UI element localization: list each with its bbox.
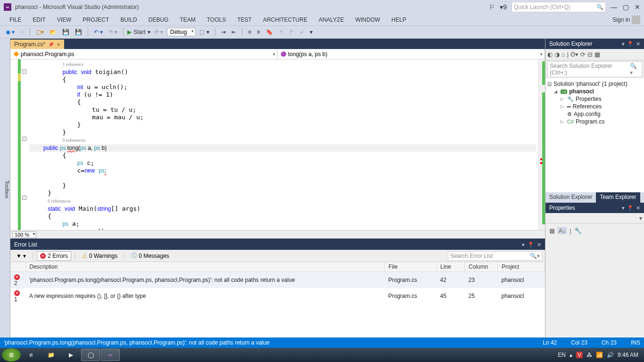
taskbar-vs-icon[interactable]: ∞ (101, 349, 120, 361)
solution-node[interactable]: ⊡Solution 'phansocl' (1 project) (547, 80, 642, 88)
menu-edit[interactable]: EDIT (27, 16, 51, 24)
collapse-icon[interactable]: ⊟ (587, 51, 593, 58)
code-editor[interactable]: − − − 1 reference public void toigian() … (10, 59, 545, 230)
menu-analyze[interactable]: ANALYZE (313, 16, 350, 24)
config-dropdown[interactable]: Debug (167, 28, 196, 36)
close-icon[interactable]: ✕ (636, 205, 640, 211)
tray-av-icon[interactable]: V (576, 352, 583, 358)
quick-launch-input[interactable]: Quick Launch (Ctrl+Q) 🔍 (512, 2, 606, 12)
system-tray[interactable]: EN ▴ V 🖧 📶 🔊 9:46 AM (558, 352, 642, 358)
dropdown-icon[interactable]: ▾ (639, 215, 642, 222)
categorized-icon[interactable]: ▦ (549, 227, 555, 234)
restore-button[interactable]: ▢ (623, 3, 629, 11)
menu-project[interactable]: PROJECT (77, 16, 115, 24)
tree-item[interactable]: ▷▪▪References (547, 103, 642, 110)
col-project[interactable]: Project (498, 262, 545, 272)
expand-icon[interactable]: ▷ (561, 97, 565, 101)
col-column[interactable]: Column (465, 262, 498, 272)
save-all-button[interactable]: 💾 (73, 28, 84, 36)
close-icon[interactable]: ✕ (537, 242, 541, 248)
pin-icon[interactable]: 📌 (48, 42, 54, 47)
code-content[interactable]: 1 reference public void toigian() { int … (27, 59, 538, 230)
avatar-icon[interactable] (632, 16, 640, 24)
expand-icon[interactable]: ◢ (554, 89, 559, 94)
step-over-icon[interactable]: ⇤ (230, 28, 238, 36)
refresh-icon[interactable]: ⟳ (580, 51, 586, 58)
tray-wifi-icon[interactable]: 📶 (596, 352, 603, 358)
open-button[interactable]: 📂 (48, 28, 58, 36)
minimize-button[interactable]: — (611, 3, 617, 11)
prev-bookmark-icon[interactable]: ↰ (277, 28, 285, 36)
overview-ruler[interactable] (538, 59, 545, 230)
tray-flag-icon[interactable]: ▴ (570, 352, 572, 358)
new-project-button[interactable]: ▢▾ (34, 28, 46, 36)
alphabetical-icon[interactable]: A↓ (558, 227, 567, 234)
menu-file[interactable]: FILE (4, 16, 27, 24)
indent-icon[interactable]: ≡ (255, 28, 262, 36)
col-description[interactable]: Description (25, 262, 385, 272)
dropdown-icon[interactable]: ▾ (622, 41, 625, 47)
menu-help[interactable]: HELP (386, 16, 412, 24)
error-row[interactable]: ✕2 'phansocl.Program.ps.tong(phansocl.Pr… (10, 272, 545, 288)
menu-view[interactable]: VIEW (51, 16, 77, 24)
error-table[interactable]: Description File Line Column Project ✕2 … (10, 262, 545, 337)
next-bookmark-icon[interactable]: ↱ (287, 28, 296, 36)
document-tab[interactable]: Program.cs* 📌 ✕ (10, 40, 64, 49)
nav-fwd-button[interactable]: ○ (18, 28, 25, 36)
tab-close-icon[interactable]: ✕ (57, 42, 60, 47)
close-icon[interactable]: ✕ (636, 41, 640, 47)
tree-item[interactable]: ▷🔧Properties (547, 95, 642, 103)
taskbar-wmp-icon[interactable]: ▶ (61, 349, 80, 361)
menu-build[interactable]: BUILD (115, 16, 142, 24)
clear-bookmarks-icon[interactable]: ↲ (297, 28, 306, 36)
feedback-icon[interactable]: ⚐ (489, 3, 495, 11)
fwd-icon[interactable]: ◑ (554, 51, 560, 58)
menu-team[interactable]: TEAM (174, 16, 201, 24)
tray-network-icon[interactable]: 🖧 (586, 352, 592, 358)
dropdown-icon[interactable]: ▾ (622, 205, 625, 211)
nav-back-button[interactable]: ◉ ▾ (4, 28, 17, 36)
messages-filter[interactable]: ⓘ0 Messages (128, 251, 172, 261)
toolbox-tab[interactable]: Toolbox (0, 39, 10, 337)
taskbar-explorer-icon[interactable]: 📁 (41, 349, 60, 361)
redo-button[interactable]: ↷ ▾ (107, 28, 119, 36)
tray-volume-icon[interactable]: 🔊 (607, 352, 614, 358)
horizontal-scrollbar[interactable] (38, 231, 543, 238)
pin-icon[interactable]: 📍 (627, 41, 634, 47)
tab-solution-explorer[interactable]: Solution Explorer (545, 192, 596, 203)
save-button[interactable]: 💾 (60, 28, 71, 36)
zoom-dropdown[interactable]: 100 % (12, 231, 36, 238)
bookmark-icon[interactable]: 🔖 (264, 28, 275, 36)
scope-icon[interactable]: ʘ▾ (570, 51, 578, 58)
project-node[interactable]: ◢C#phansocl (547, 88, 642, 95)
notification-area[interactable]: ⚐ ▾9 (489, 3, 507, 11)
solution-platforms[interactable]: ⬚ ▾ (198, 28, 211, 36)
wrench-icon[interactable]: 🔧 (574, 227, 582, 234)
col-line[interactable]: Line (437, 262, 465, 272)
menu-tools[interactable]: TOOLS (201, 16, 231, 24)
outdent-icon[interactable]: ≡ (246, 28, 253, 36)
properties-icon[interactable]: ▦ (594, 51, 600, 58)
tray-clock[interactable]: 9:46 AM (618, 352, 638, 358)
col-file[interactable]: File (385, 262, 437, 272)
expand-icon[interactable]: ▷ (561, 119, 565, 124)
menu-debug[interactable]: DEBUG (143, 16, 174, 24)
step-into-icon[interactable]: ⇥ (219, 28, 228, 36)
error-row[interactable]: ✕1 A new expression requires (), [], or … (10, 288, 545, 304)
home-icon[interactable]: ⌂ (561, 51, 565, 58)
fold-toggle[interactable]: − (22, 196, 26, 200)
error-search-input[interactable]: Search Error List🔍▾ (448, 251, 542, 261)
tab-team-explorer[interactable]: Team Explorer (596, 192, 640, 203)
menu-test[interactable]: TEST (231, 16, 257, 24)
solution-tree[interactable]: ⊡Solution 'phansocl' (1 project) ◢C#phan… (545, 78, 644, 192)
toolbar-overflow[interactable]: ▾ (308, 28, 314, 36)
undo-button[interactable]: ↶ ▾ (92, 28, 105, 36)
solution-search[interactable]: Search Solution Explorer (Ctrl+;)🔍▾ (545, 60, 644, 78)
filter-dropdown[interactable]: ▼ ▾ (13, 252, 29, 260)
tree-item[interactable]: ⚙App.config (547, 110, 642, 118)
errors-filter[interactable]: ✕2 Errors (37, 251, 71, 261)
start-button[interactable]: ▶Start ▾ (127, 29, 150, 35)
nav-types-dropdown[interactable]: 🔶 phansocl.Program.ps (10, 49, 278, 59)
menu-architecture[interactable]: ARCHITECTURE (257, 16, 313, 24)
warnings-filter[interactable]: ⚠0 Warnings (79, 252, 120, 260)
